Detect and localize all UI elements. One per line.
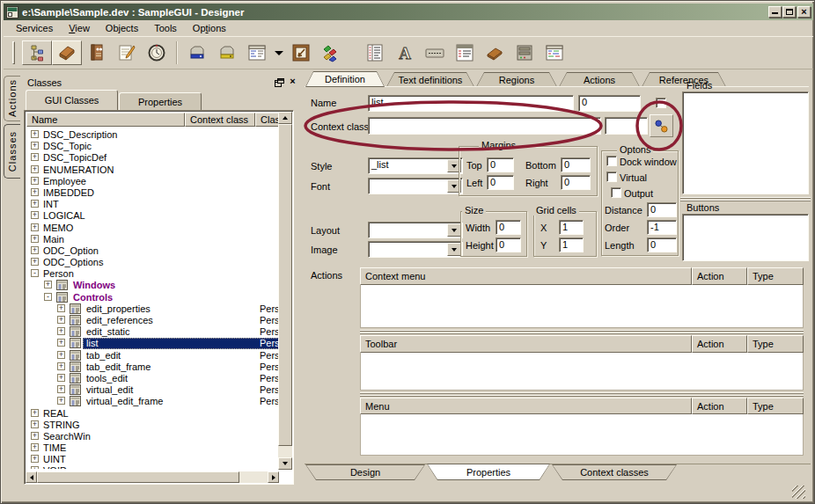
expand-toggle-icon[interactable]: + <box>31 443 39 451</box>
menu-objects[interactable]: Objects <box>98 21 146 35</box>
expand-toggle-icon[interactable]: + <box>44 281 52 289</box>
context-class-input[interactable] <box>368 117 601 135</box>
context-menu-table-body[interactable] <box>360 285 804 328</box>
tree-item-Main[interactable]: +Main <box>26 234 279 245</box>
expand-toggle-icon[interactable]: - <box>31 269 39 277</box>
context-class-lookup-button[interactable] <box>650 114 673 137</box>
expand-toggle-icon[interactable]: + <box>31 177 39 185</box>
edit-note-icon[interactable] <box>112 40 142 65</box>
layout-combo[interactable] <box>368 222 463 238</box>
eraser-brown-icon[interactable] <box>480 40 510 65</box>
dock-window-checkbox[interactable] <box>606 156 617 166</box>
tree-item-DSC_Description[interactable]: +DSC_Description <box>26 129 279 141</box>
tree-item-Person[interactable]: -Person <box>26 268 279 280</box>
tab-text-definitions[interactable]: Text definitions <box>386 72 474 87</box>
menu-options[interactable]: Options <box>185 21 234 35</box>
length-input[interactable]: 0 <box>647 237 677 252</box>
table-splitter[interactable] <box>360 330 804 334</box>
expand-toggle-icon[interactable]: + <box>57 304 65 312</box>
virtual-checkbox[interactable] <box>606 172 617 182</box>
width-input[interactable]: 0 <box>496 220 521 235</box>
output-checkbox[interactable] <box>611 187 621 198</box>
tree-vscrollbar[interactable] <box>278 112 292 470</box>
tree-item-STRING[interactable]: +STRING <box>26 420 279 431</box>
vscroll-thumb[interactable] <box>278 124 292 446</box>
tree-item-DSC_Topic[interactable]: +DSC_Topic <box>26 141 279 152</box>
expand-toggle-icon[interactable]: + <box>31 142 39 150</box>
dock-tab-actions[interactable]: Actions <box>4 76 20 121</box>
expand-toggle-icon[interactable]: + <box>57 385 65 393</box>
expand-toggle-icon[interactable]: + <box>31 130 39 138</box>
tree-item-edit_properties[interactable]: +edit_propertiesPerso <box>26 303 279 315</box>
editor-button-icon[interactable] <box>420 40 450 65</box>
form-list-icon[interactable] <box>450 40 480 65</box>
expand-toggle-icon[interactable]: + <box>57 351 65 359</box>
expand-toggle-icon[interactable]: + <box>31 246 39 254</box>
tab-gui-classes[interactable]: GUI Classes <box>26 90 118 110</box>
float-panel-button[interactable] <box>274 77 285 88</box>
tree-item-edit_references[interactable]: +edit_referencesPerso <box>26 315 279 326</box>
expand-toggle-icon[interactable]: + <box>31 200 39 208</box>
eraser-icon[interactable] <box>52 40 82 65</box>
style-combo[interactable]: _list <box>368 157 463 174</box>
toolbar-type-header[interactable]: Type <box>747 335 804 353</box>
expand-toggle-icon[interactable]: + <box>31 153 39 161</box>
margin-right-input[interactable]: 0 <box>561 175 591 190</box>
grid-x-input[interactable]: 1 <box>559 220 584 235</box>
tree-item-SearchWin[interactable]: +SearchWin <box>26 431 279 442</box>
tree-item-UINT[interactable]: +UINT <box>26 454 279 465</box>
image-combo[interactable] <box>368 241 463 258</box>
expand-toggle-icon[interactable]: + <box>57 397 65 405</box>
close-button[interactable]: × <box>797 6 811 18</box>
picture-frame-icon[interactable] <box>286 40 316 65</box>
menu-table-body[interactable] <box>360 414 804 456</box>
chevron-down-icon[interactable] <box>447 223 461 237</box>
expand-toggle-icon[interactable]: + <box>31 420 39 428</box>
margin-bottom-input[interactable]: 0 <box>561 157 591 172</box>
tree-item-IMBEDDED[interactable]: +IMBEDDED <box>26 187 279 199</box>
hscroll-thumb[interactable] <box>37 471 239 483</box>
column-header-class[interactable]: Class <box>255 113 279 127</box>
scroll-up-button[interactable] <box>278 112 292 124</box>
expand-toggle-icon[interactable]: + <box>57 327 65 335</box>
toolbar-grip[interactable] <box>12 41 15 64</box>
title-bar[interactable]: e:\Sample\Sample.dev : SampleGUI - Desig… <box>4 4 813 20</box>
fields-buttons-splitter[interactable] <box>680 197 811 201</box>
tree-item-INT[interactable]: +INT <box>26 199 279 210</box>
expand-toggle-icon[interactable]: + <box>31 409 39 417</box>
expand-toggle-icon[interactable]: + <box>31 466 39 469</box>
tree-item-VOID[interactable]: +VOID <box>26 465 279 469</box>
menu-tools[interactable]: Tools <box>146 21 185 35</box>
name-index-input[interactable]: 0 <box>578 95 641 112</box>
expand-toggle-icon[interactable]: + <box>57 374 65 382</box>
expand-toggle-icon[interactable]: + <box>57 362 65 370</box>
column-header-name[interactable]: Name <box>26 113 185 127</box>
ribbon-icon[interactable] <box>316 40 346 65</box>
expand-toggle-icon[interactable]: + <box>31 432 39 440</box>
tree-item-ENUMERATION[interactable]: +ENUMERATION <box>26 164 279 176</box>
order-input[interactable]: -1 <box>647 220 677 235</box>
tab-references[interactable]: References <box>642 72 726 87</box>
tree-item-ODC_Option[interactable]: +ODC_Option <box>26 245 279 257</box>
tree-item-MEMO[interactable]: +MEMO <box>26 223 279 234</box>
height-input[interactable]: 0 <box>496 237 521 252</box>
expand-toggle-icon[interactable]: + <box>31 211 39 219</box>
maximize-button[interactable] <box>782 6 796 18</box>
dock-tab-classes[interactable]: Classes <box>4 124 20 179</box>
context-menu-table-header[interactable]: Context menu <box>360 267 692 285</box>
toolbar-table-header[interactable]: Toolbar <box>360 335 692 353</box>
menu-view[interactable]: View <box>61 21 98 35</box>
close-panel-button[interactable]: × <box>287 76 298 87</box>
expand-toggle-icon[interactable]: + <box>57 316 65 324</box>
tree-hscrollbar[interactable] <box>26 471 279 483</box>
tree-item-edit_static[interactable]: +edit_staticPerso <box>26 326 279 338</box>
drive-blue-icon[interactable] <box>182 40 212 65</box>
toolbar-table-body[interactable] <box>360 353 804 391</box>
expand-toggle-icon[interactable]: + <box>31 235 39 243</box>
font-combo[interactable] <box>368 178 463 194</box>
tab-actions[interactable]: Actions <box>559 72 640 87</box>
tree-item-Windows[interactable]: +Windows <box>26 280 279 291</box>
scroll-down-button[interactable] <box>278 457 292 470</box>
tree-item-Employee[interactable]: +Employee <box>26 176 279 187</box>
clock-icon[interactable] <box>142 40 172 65</box>
